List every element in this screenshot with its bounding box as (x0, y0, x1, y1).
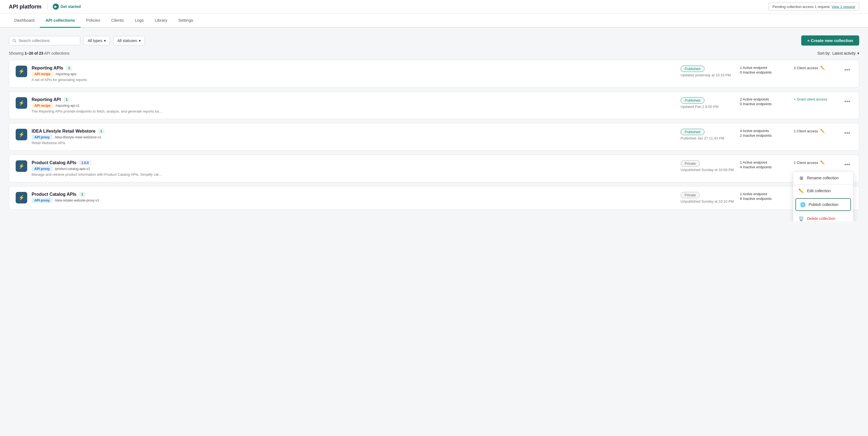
collection-name-2: IDEA Lifestyle Retail Webstore (32, 129, 95, 134)
nav-item-dashboard[interactable]: Dashboard (9, 13, 40, 28)
edit-access-icon-2[interactable]: ✏️ (820, 129, 825, 133)
status-date-0: Updated yesterday at 10:16 PM (681, 73, 731, 77)
inactive-endpoints-4: 8 Inactive endpoints (740, 197, 789, 201)
search-box[interactable] (9, 36, 80, 45)
inactive-endpoints-1: 0 Inactive endpoints (740, 102, 789, 106)
active-endpoints-4: 1 Active endpoint (740, 192, 789, 196)
active-endpoints-3: 1 Active endpoint (740, 160, 789, 164)
delete-icon: 🗑️ (799, 216, 804, 221)
nav-item-settings[interactable]: Settings (173, 13, 199, 28)
get-started-link[interactable]: ▶ Get started (53, 4, 81, 10)
collection-tag-1: API recipe (32, 103, 53, 108)
access-area-3: 1 Client access ✏️ (794, 160, 838, 165)
status-area-4: Private Unpublished Sunday at 10:10 PM (681, 192, 736, 203)
more-menu-button-3[interactable]: ••• (842, 160, 852, 169)
all-statuses-filter[interactable]: All statuses ▾ (113, 36, 145, 45)
nav-item-api-collections[interactable]: API collections (40, 13, 81, 28)
collection-icon-2: ⚡ (16, 129, 27, 140)
collection-path-1: /reporting-api-v1 (56, 104, 80, 108)
collection-name-1: Reporting API (32, 97, 61, 102)
title-divider (47, 3, 47, 10)
delete-collection-item[interactable]: 🗑️ Delete collection (793, 212, 853, 221)
status-date-1: Updated Feb 2 8:00 PM (681, 105, 718, 109)
status-badge-3: Private (681, 160, 700, 167)
title-row-3: Product Catalog APIs 1.0.0 (32, 160, 676, 165)
collection-tag-3: API proxy (32, 166, 53, 171)
access-area-0: 2 Client access ✏️ (794, 66, 838, 70)
status-area-1: Published Updated Feb 2 8:00 PM (681, 97, 736, 109)
sort-value: Latest activity (832, 51, 856, 56)
sort-label: Sort by: (817, 51, 831, 56)
status-area-0: Published Updated yesterday at 10:16 PM (681, 66, 736, 77)
nav-item-logs[interactable]: Logs (129, 13, 149, 28)
access-area-2: 1 Client access ✏️ (794, 129, 838, 133)
content-area: All types ▾ All statuses ▾ + Create new … (0, 28, 868, 221)
collection-tag-2: API proxy (32, 135, 53, 140)
publish-collection-item[interactable]: 🌐 Publish collection (796, 198, 851, 211)
edit-label: Edit collection (807, 189, 831, 193)
active-endpoints-2: 4 Active endpoints (740, 129, 789, 133)
status-badge-1: Published (681, 97, 705, 103)
status-date-4: Unpublished Sunday at 10:10 PM (681, 199, 734, 203)
nav-item-policies[interactable]: Policies (81, 13, 106, 28)
status-area-2: Published Published Jan 27 11:43 PM (681, 129, 736, 140)
edit-collection-item[interactable]: ✏️ Edit collection (793, 185, 853, 197)
collection-desc-1: The Reporting APIs provide endpoints to … (32, 109, 163, 113)
rename-collection-item[interactable]: ⊞ Rename collection (793, 172, 853, 184)
nav-item-clients[interactable]: Clients (106, 13, 129, 28)
create-collection-button[interactable]: + Create new collection (801, 35, 859, 45)
nav-bar: Dashboard API collections Policies Clien… (0, 13, 868, 28)
endpoints-area-2: 4 Active endpoints 2 Inactive endpoints (740, 129, 789, 138)
pending-badge: Pending collection access 1 request. Vie… (769, 3, 859, 11)
collection-path-3: /product-catalog-apis-v1 (55, 167, 90, 171)
search-input[interactable] (19, 38, 77, 43)
collection-main-3: Product Catalog APIs 1.0.0 API proxy /pr… (32, 160, 676, 176)
showing-row: Showing 1–20 of 23 API collections Sort … (9, 51, 859, 56)
active-endpoints-1: 2 Active endpoints (740, 97, 789, 101)
rename-label: Rename collection (807, 176, 839, 180)
status-date-2: Published Jan 27 11:43 PM (681, 136, 724, 140)
status-badge-0: Published (681, 66, 705, 72)
search-icon (12, 38, 16, 43)
collection-count-0: 1 (66, 66, 72, 71)
status-badge-4: Private (681, 192, 700, 198)
all-types-filter[interactable]: All types ▾ (84, 36, 110, 45)
tags-row-0: API recipe /reporting-apis (32, 72, 676, 77)
collection-name-3: Product Catalog APIs (32, 160, 76, 165)
more-menu-button-1[interactable]: ••• (842, 97, 852, 106)
tags-row-4: API proxy /idea-retailer-website-proxy-v… (32, 198, 676, 203)
tags-row-3: API proxy /product-catalog-apis-v1 (32, 166, 676, 171)
rename-icon: ⊞ (799, 175, 804, 180)
endpoints-area-0: 1 Active endpoint 0 Inactive endpoints (740, 66, 789, 74)
access-text-3: 1 Client access (794, 161, 818, 165)
inactive-endpoints-0: 0 Inactive endpoints (740, 70, 789, 74)
inactive-endpoints-3: 4 Inactive endpoints (740, 165, 789, 169)
edit-access-icon-0[interactable]: ✏️ (820, 66, 825, 70)
active-endpoints-0: 1 Active endpoint (740, 66, 789, 70)
collection-card-4: ⚡ Product Catalog APIs 1 API proxy /idea… (9, 186, 859, 210)
collection-card-1: ⚡ Reporting API 1 API recipe /reporting-… (9, 92, 859, 119)
collection-count-1: 1 (63, 97, 70, 102)
edit-access-icon-3[interactable]: ✏️ (820, 160, 825, 165)
grant-access-link-1[interactable]: + Grant client access (794, 97, 827, 101)
collection-main-1: Reporting API 1 API recipe /reporting-ap… (32, 97, 676, 113)
sort-chevron: ▾ (857, 51, 859, 56)
more-menu-button-2[interactable]: ••• (842, 129, 852, 137)
pending-link[interactable]: View 1 request (832, 5, 855, 9)
all-types-chevron: ▾ (104, 38, 106, 43)
collection-path-0: /reporting-apis (56, 72, 77, 76)
collection-card-3: ⚡ Product Catalog APIs 1.0.0 API proxy /… (9, 155, 859, 182)
title-row-0: Reporting APIs 1 (32, 66, 676, 71)
title-row-2: IDEA Lifestyle Retail Webstore 1 (32, 129, 676, 134)
edit-icon: ✏️ (799, 188, 804, 193)
collection-count-4: 1 (79, 192, 86, 197)
more-menu-button-0[interactable]: ••• (842, 66, 852, 74)
showing-count: Showing 1–20 of 23 API collections (9, 51, 69, 56)
access-text-0: 2 Client access (794, 66, 818, 70)
tags-row-2: API proxy /idea-lifestyle-retail-webstor… (32, 135, 676, 140)
collection-icon-3: ⚡ (16, 160, 27, 172)
nav-item-library[interactable]: Library (149, 13, 173, 28)
sort-button[interactable]: Sort by: Latest activity ▾ (817, 51, 859, 56)
version-badge-3: 1.0.0 (79, 160, 91, 165)
top-bar: API platform ▶ Get started Pending colle… (0, 0, 868, 13)
